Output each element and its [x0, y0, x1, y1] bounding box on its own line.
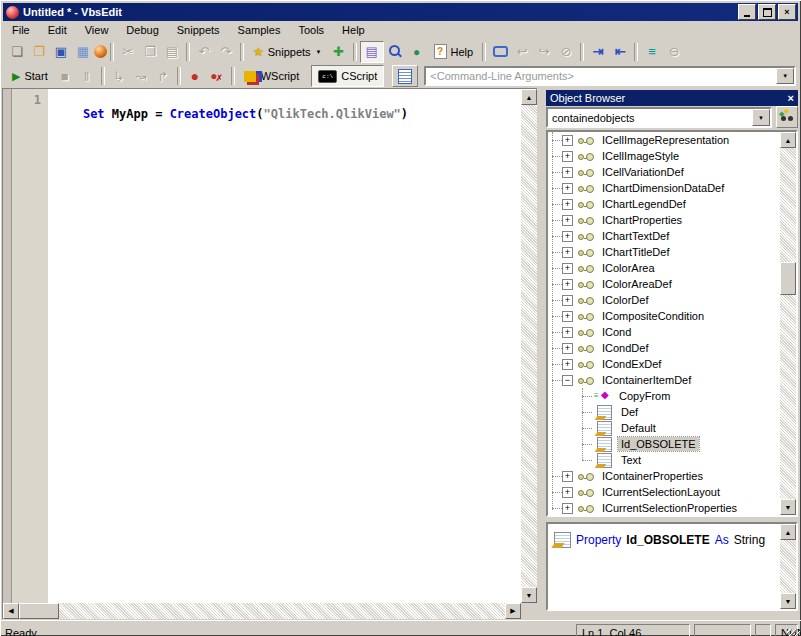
- tree-row[interactable]: Default: [548, 420, 780, 436]
- outdent-icon[interactable]: ⇤: [609, 42, 631, 62]
- cmdline-arguments-combo[interactable]: <Command-Line Arguments> ▼: [424, 66, 796, 86]
- indent-icon[interactable]: ⇥: [587, 42, 609, 62]
- scroll-down-icon[interactable]: ▼: [780, 499, 796, 515]
- clear-bookmarks-icon[interactable]: ⊘: [555, 42, 577, 62]
- tree-toggle[interactable]: +: [562, 327, 573, 338]
- new-document-icon[interactable]: ❏: [6, 42, 28, 62]
- tree-item-label[interactable]: ICompositeCondition: [599, 309, 707, 323]
- menu-item[interactable]: Tools: [289, 22, 333, 38]
- tree-row[interactable]: + IContainerProperties: [548, 468, 780, 484]
- pause-icon[interactable]: ‖: [76, 66, 98, 86]
- scroll-down-icon[interactable]: ▼: [521, 587, 537, 603]
- tree-toggle[interactable]: +: [562, 487, 573, 498]
- title-bar[interactable]: Untitled * - VbsEdit ×: [3, 3, 798, 21]
- menu-item[interactable]: Samples: [229, 22, 290, 38]
- tree-row[interactable]: + IChartProperties: [548, 212, 780, 228]
- scrollbar-thumb[interactable]: [780, 262, 796, 295]
- tree-row[interactable]: Id_OBSOLETE: [548, 436, 780, 452]
- search-button[interactable]: [776, 106, 798, 128]
- tree-toggle[interactable]: +: [562, 503, 573, 514]
- tree-item-label[interactable]: IContainerItemDef: [599, 373, 694, 387]
- tree-row[interactable]: + IColorAreaDef: [548, 276, 780, 292]
- add-snippet-icon[interactable]: ✚: [328, 42, 350, 62]
- cut-icon[interactable]: ✂: [117, 42, 139, 62]
- tree-row[interactable]: + IChartDimensionDataDef: [548, 180, 780, 196]
- run-sphere-icon[interactable]: [94, 45, 107, 58]
- tree-item-label[interactable]: IColorAreaDef: [599, 277, 675, 291]
- tree-toggle[interactable]: +: [562, 359, 573, 370]
- step-out-icon[interactable]: ↱: [152, 66, 174, 86]
- bookmark-toggle-icon[interactable]: [489, 42, 511, 62]
- menu-item[interactable]: View: [76, 22, 118, 38]
- tree-row[interactable]: + IChartTextDef: [548, 228, 780, 244]
- tree-row[interactable]: + ICellImageRepresentation: [548, 132, 780, 148]
- scroll-down-icon[interactable]: ▼: [780, 593, 796, 609]
- tree-toggle[interactable]: +: [562, 135, 573, 146]
- tree-row[interactable]: + IColorArea: [548, 260, 780, 276]
- tree-item-label[interactable]: Text: [618, 453, 644, 467]
- wscript-button[interactable]: WScript: [238, 66, 306, 86]
- tree-item-label[interactable]: IColorDef: [599, 293, 651, 307]
- breakpoint-gutter[interactable]: [3, 89, 12, 603]
- tree-toggle[interactable]: +: [562, 343, 573, 354]
- tree-row[interactable]: + IChartTitleDef: [548, 244, 780, 260]
- tree-toggle[interactable]: +: [562, 311, 573, 322]
- copy-icon[interactable]: ❐: [139, 42, 161, 62]
- tree-item-label[interactable]: Default: [618, 421, 659, 435]
- tree-row[interactable]: + ICondExDef: [548, 356, 780, 372]
- redo-icon[interactable]: ↷: [215, 42, 237, 62]
- tree-row[interactable]: CopyFrom: [548, 388, 780, 404]
- tree-toggle[interactable]: +: [562, 151, 573, 162]
- code-editor[interactable]: 1 Set MyApp = CreateObject("QlikTech.Qli…: [2, 88, 537, 619]
- tree-toggle[interactable]: +: [562, 295, 573, 306]
- scrollbar-thumb[interactable]: [19, 603, 59, 619]
- tree-item-label[interactable]: ICellVariationDef: [599, 165, 687, 179]
- tree-row[interactable]: − IContainerItemDef: [548, 372, 780, 388]
- clear-breakpoints-icon[interactable]: ●: [206, 66, 228, 86]
- tree-item-label[interactable]: IChartTextDef: [599, 229, 672, 243]
- tree-item-label[interactable]: IColorArea: [599, 261, 658, 275]
- tree-row[interactable]: Def: [548, 404, 780, 420]
- object-browser-tree[interactable]: + ICellImageRepresentation + ICellImageS…: [546, 130, 798, 517]
- scroll-up-icon[interactable]: ▲: [780, 524, 796, 540]
- comment-icon[interactable]: ⊖: [663, 42, 685, 62]
- menu-item[interactable]: Edit: [39, 22, 76, 38]
- tree-toggle[interactable]: +: [562, 167, 573, 178]
- object-browser-titlebar[interactable]: Object Browser ×: [546, 90, 798, 106]
- web-help-icon[interactable]: ●: [406, 42, 428, 62]
- tree-item-label[interactable]: IChartDimensionDataDef: [599, 181, 727, 195]
- snippets-button[interactable]: ★ Snippets ▼: [247, 42, 328, 62]
- format-lines-icon[interactable]: ≡: [641, 42, 663, 62]
- close-button[interactable]: ×: [778, 4, 796, 20]
- save-all-icon[interactable]: ▦: [72, 42, 94, 62]
- object-browser-toggle[interactable]: ▤: [360, 41, 384, 63]
- editor-vertical-scrollbar[interactable]: ▲ ▼: [521, 89, 537, 603]
- tree-toggle[interactable]: −: [562, 375, 573, 386]
- tree-row[interactable]: + IChartLegendDef: [548, 196, 780, 212]
- tree-item-label[interactable]: ICond: [599, 325, 634, 339]
- start-button[interactable]: ▶ Start: [6, 66, 54, 86]
- step-over-icon[interactable]: ↝: [130, 66, 152, 86]
- tree-item-label[interactable]: IContainerProperties: [599, 469, 706, 483]
- scroll-up-icon[interactable]: ▲: [780, 132, 796, 148]
- step-into-icon[interactable]: ↳: [108, 66, 130, 86]
- tree-item-label[interactable]: ICurrentSelectionProperties: [599, 501, 740, 515]
- scroll-left-icon[interactable]: ◀: [3, 603, 19, 619]
- resize-grip[interactable]: [787, 629, 800, 636]
- prev-bookmark-icon[interactable]: ↩: [511, 42, 533, 62]
- tree-row[interactable]: + ICellVariationDef: [548, 164, 780, 180]
- save-icon[interactable]: ▣: [50, 42, 72, 62]
- tree-row[interactable]: + ICond: [548, 324, 780, 340]
- dropdown-arrow-icon[interactable]: ▼: [752, 109, 770, 126]
- tree-item-label[interactable]: CopyFrom: [616, 389, 673, 403]
- tree-item-label[interactable]: IChartProperties: [599, 213, 685, 227]
- tree-row[interactable]: + ICompositeCondition: [548, 308, 780, 324]
- panel-close-icon[interactable]: ×: [788, 92, 794, 104]
- menu-item[interactable]: Snippets: [168, 22, 229, 38]
- tree-item-label[interactable]: IChartLegendDef: [599, 197, 689, 211]
- tree-item-label[interactable]: ICellImageStyle: [599, 149, 682, 163]
- minimize-button[interactable]: [738, 4, 756, 20]
- paste-icon[interactable]: ▤: [161, 42, 183, 62]
- description-scrollbar[interactable]: ▲ ▼: [780, 524, 796, 609]
- tree-scrollbar[interactable]: ▲ ▼: [780, 132, 796, 515]
